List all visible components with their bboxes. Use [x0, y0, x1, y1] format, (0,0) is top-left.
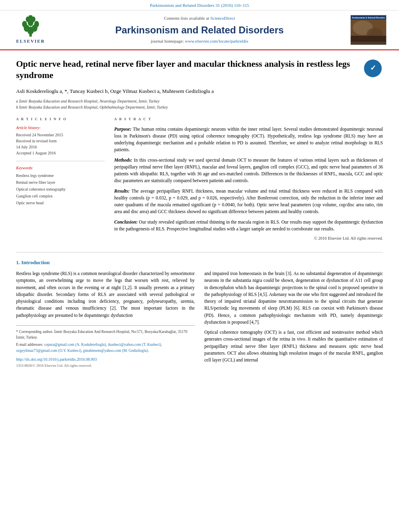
corresponding-footnote: * Corresponding author. İzmir Bozyaka Ed… [16, 329, 195, 341]
intro-heading: 1. Introduction [16, 259, 383, 266]
abstract-conclusion: Conclusion: Our study revealed significa… [114, 219, 383, 233]
doi-link[interactable]: http://dx.doi.org/10.1016/j.parkreldis.2… [16, 357, 195, 362]
cover-image [351, 20, 386, 45]
keyword-5: Optic nerve head [16, 199, 105, 206]
affiliation-b: b İzmir Bozyaka Education and Research H… [16, 104, 383, 110]
keyword-4: Ganglion cell complex [16, 193, 105, 199]
intro-para-2-right: Optical coherence tomography (OCT) is a … [204, 329, 383, 364]
intro-left-col: Restless legs syndrome (RLS) is a common… [16, 270, 195, 368]
purpose-label: Purpose: [114, 127, 132, 131]
abstract-purpose: Purpose: The human retina contains dopam… [114, 126, 383, 154]
paper-section: Optic nerve head, retinal nerve fiber la… [0, 50, 399, 246]
history-heading: Article history: [16, 125, 105, 131]
journal-citation: Parkinsonism and Related Disorders 31 (2… [0, 0, 399, 10]
keyword-2: Retinal nerve fiber layer [16, 179, 105, 186]
article-info-label: A R T I C L E I N F O [16, 117, 105, 122]
journal-header: ELSEVIER Contents lists available at Sci… [0, 10, 399, 50]
purpose-text: The human retina contains dopaminergic n… [114, 127, 383, 152]
footnote-area: * Corresponding author. İzmir Bozyaka Ed… [16, 325, 195, 353]
copyright-line: © 2016 Elsevier Ltd. All rights reserved… [114, 236, 383, 242]
citation-text: Parkinsonism and Related Disorders 31 (2… [150, 3, 249, 8]
abstract-column: A B S T R A C T Purpose: The human retin… [114, 117, 383, 242]
elsevier-wordmark: ELSEVIER [16, 38, 45, 44]
article-history: Article history: Received 24 November 20… [16, 125, 105, 156]
contents-line: Contents lists available at ScienceDirec… [55, 15, 344, 21]
paper-title: Optic nerve head, retinal nerve fiber la… [16, 58, 383, 81]
svg-rect-13 [351, 36, 387, 42]
homepage-url[interactable]: www.elsevier.com/locate/parkreldis [185, 39, 249, 43]
elsevier-tree-icon [16, 15, 45, 37]
cover-title-text: Parkinsonism & Related Disorders [351, 15, 386, 20]
svg-point-5 [34, 21, 39, 27]
elsevier-logo-area: ELSEVIER [6, 14, 55, 46]
intro-para-1-right: and impaired iron homeostasis in the bra… [204, 270, 383, 326]
abstract-label: A B S T R A C T [114, 117, 383, 122]
keywords-heading: Keywords: [16, 165, 105, 171]
journal-title: Parkinsonism and Related Disorders [55, 23, 344, 37]
authors-line: Asli Koskderelioglu a, *, Tuncay Kusbeci… [16, 88, 383, 95]
journal-cover-image: Parkinsonism & Related Disorders [350, 15, 387, 45]
intro-para-1: Restless legs syndrome (RLS) is a common… [16, 270, 195, 319]
keywords-block: Keywords: Restless legs syndrome Retinal… [16, 165, 105, 206]
article-info-column: A R T I C L E I N F O Article history: R… [16, 117, 105, 242]
conclusion-text: Our study revealed significant retinal t… [114, 220, 383, 231]
article-body-columns: A R T I C L E I N F O Article history: R… [16, 117, 383, 242]
elsevier-logo: ELSEVIER [16, 15, 45, 44]
intro-right-col: and impaired iron homeostasis in the bra… [204, 270, 383, 368]
intro-columns: Restless legs syndrome (RLS) is a common… [16, 270, 383, 368]
journal-title-area: Contents lists available at ScienceDirec… [55, 14, 344, 46]
issn-line: 1353-8020/© 2016 Elsevier Ltd. All right… [16, 363, 195, 368]
methods-label: Methods: [114, 158, 132, 162]
crossmark-icon: ✓ [364, 60, 382, 77]
accepted-date: Accepted 1 August 2016 [16, 150, 105, 156]
email-footnote: E-mail addresses: copura@gmail.com (A. K… [16, 342, 195, 353]
introduction-section: 1. Introduction Restless legs syndrome (… [0, 259, 399, 375]
journal-homepage: journal homepage: www.elsevier.com/locat… [55, 38, 344, 44]
received-date: Received 24 November 2015 [16, 132, 105, 138]
journal-cover-area: Parkinsonism & Related Disorders [344, 14, 393, 46]
keyword-3: Optical coherence tomography [16, 186, 105, 193]
results-text: The average peripapillary RNFL thickness… [114, 189, 383, 214]
affiliation-a: a İzmir Bozyaka Education and Research H… [16, 98, 383, 104]
info-divider [16, 161, 105, 161]
keyword-1: Restless legs syndrome [16, 172, 105, 179]
affiliations: a İzmir Bozyaka Education and Research H… [16, 98, 383, 110]
conclusion-label: Conclusion: [114, 220, 138, 224]
section-divider [16, 252, 383, 253]
results-label: Results: [114, 189, 130, 193]
science-direct-link[interactable]: ScienceDirect [210, 16, 235, 21]
revised-date: Received in revised form14 July 2016 [16, 138, 105, 150]
svg-point-4 [22, 21, 27, 27]
abstract-results: Results: The average peripapillary RNFL … [114, 188, 383, 216]
abstract-methods: Methods: In this cross-sectional study w… [114, 157, 383, 185]
crossmark-badge[interactable]: ✓ [363, 58, 383, 78]
methods-text: In this cross-sectional study we used sp… [114, 158, 383, 183]
keywords-list: Restless legs syndrome Retinal nerve fib… [16, 172, 105, 206]
